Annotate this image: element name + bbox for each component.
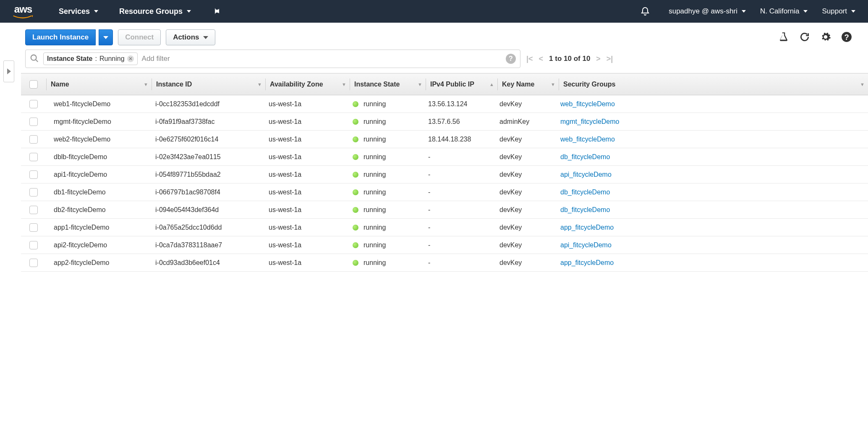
cell-key: devKey	[499, 171, 522, 178]
instances-table: Name Instance ID Availability Zone Insta…	[21, 73, 868, 272]
cell-security-group-link[interactable]: web_fitcycleDemo	[560, 136, 615, 143]
launch-instance-button[interactable]: Launch Instance	[25, 29, 96, 45]
row-checkbox[interactable]	[29, 153, 38, 161]
sort-icon[interactable]	[257, 82, 262, 87]
pager-last[interactable]: >|	[607, 55, 613, 63]
table-row[interactable]: web2-fitcycleDemo i-0e6275f602f016c14 us…	[21, 131, 868, 148]
table-row[interactable]: db2-fitcycleDemo i-094e054f43def364d us-…	[21, 201, 868, 219]
caret-down-icon	[103, 36, 108, 39]
cell-ip: -	[428, 189, 430, 196]
cell-security-group-link[interactable]: app_fitcycleDemo	[560, 259, 614, 267]
filter-tag-remove[interactable]: ✕	[127, 55, 134, 62]
row-checkbox[interactable]	[29, 241, 38, 249]
cell-name: api2-fitcycleDemo	[54, 241, 107, 249]
flask-icon[interactable]	[778, 31, 789, 44]
cell-instance-id: i-094e054f43def364d	[155, 206, 219, 214]
table-row[interactable]: api1-fitcycleDemo i-054f89771b55bdaa2 us…	[21, 166, 868, 183]
sort-icon[interactable]	[860, 82, 865, 87]
cell-name: mgmt-fitcycleDemo	[54, 118, 111, 126]
pager-first[interactable]: |<	[526, 55, 533, 63]
triangle-right-icon	[7, 68, 11, 74]
filter-tag-instance-state[interactable]: Instance State : Running ✕	[43, 52, 138, 65]
aws-logo[interactable]: aws	[13, 3, 34, 19]
row-checkbox[interactable]	[29, 223, 38, 232]
nav-region[interactable]: N. California	[760, 7, 808, 16]
row-checkbox[interactable]	[29, 259, 38, 267]
row-checkbox[interactable]	[29, 188, 38, 196]
row-checkbox[interactable]	[29, 135, 38, 144]
nav-support[interactable]: Support	[822, 7, 855, 16]
pager-next[interactable]: >	[596, 55, 601, 63]
filter-help-icon[interactable]: ?	[506, 54, 516, 64]
cell-key: adminKey	[499, 118, 529, 126]
table-row[interactable]: dblb-fitcycleDemo i-02e3f423ae7ea0115 us…	[21, 148, 868, 166]
row-checkbox[interactable]	[29, 100, 38, 108]
table-row[interactable]: web1-fitcycleDemo i-0cc182353d1edcddf us…	[21, 95, 868, 113]
actions-label: Actions	[173, 33, 199, 42]
status-dot-icon	[353, 242, 358, 248]
table-row[interactable]: api2-fitcycleDemo i-0ca7da3783118aae7 us…	[21, 236, 868, 254]
cell-state: running	[363, 100, 386, 108]
cell-key: devKey	[499, 241, 522, 249]
launch-instance-dropdown[interactable]	[99, 29, 113, 45]
sort-icon[interactable]	[551, 82, 555, 87]
select-all-checkbox[interactable]	[29, 80, 38, 89]
bell-icon[interactable]	[640, 6, 650, 16]
pin-icon[interactable]	[212, 7, 220, 16]
aws-logo-text: aws	[14, 3, 32, 15]
status-dot-icon	[353, 225, 358, 230]
filter-box[interactable]: Instance State : Running ✕ Add filter ?	[25, 50, 520, 68]
table-row[interactable]: mgmt-fitcycleDemo i-0fa91f9aaf3738fac us…	[21, 113, 868, 131]
svg-line-3	[36, 59, 38, 62]
nav-resource-groups[interactable]: Resource Groups	[119, 7, 191, 16]
cell-security-group-link[interactable]: api_fitcycleDemo	[560, 171, 612, 178]
col-instance-id[interactable]: Instance ID	[152, 73, 265, 95]
sort-icon[interactable]	[489, 82, 494, 87]
cell-security-group-link[interactable]: app_fitcycleDemo	[560, 224, 614, 231]
table-row[interactable]: app1-fitcycleDemo i-0a765a25dcc10d6dd us…	[21, 219, 868, 236]
table-body: web1-fitcycleDemo i-0cc182353d1edcddf us…	[21, 95, 868, 272]
col-ipv4-public-ip[interactable]: IPv4 Public IP	[426, 73, 497, 95]
cell-security-group-link[interactable]: mgmt_fitcycleDemo	[560, 118, 619, 126]
pager-prev[interactable]: <	[539, 55, 544, 63]
gear-icon[interactable]	[820, 31, 831, 44]
sort-icon[interactable]	[342, 82, 346, 87]
cell-instance-id: i-0fa91f9aaf3738fac	[155, 118, 214, 126]
cell-security-group-link[interactable]: db_fitcycleDemo	[560, 206, 610, 214]
col-instance-state[interactable]: Instance State	[350, 73, 426, 95]
cell-name: db2-fitcycleDemo	[54, 206, 106, 214]
row-checkbox[interactable]	[29, 118, 38, 126]
nav-services[interactable]: Services	[59, 7, 98, 16]
col-name[interactable]: Name	[47, 73, 152, 95]
table-row[interactable]: app2-fitcycleDemo i-0cd93ad3b6eef01c4 us…	[21, 254, 868, 272]
cell-name: app2-fitcycleDemo	[54, 259, 110, 267]
cell-key: devKey	[499, 136, 522, 143]
cell-instance-id: i-054f89771b55bdaa2	[155, 171, 221, 178]
cell-security-group-link[interactable]: db_fitcycleDemo	[560, 153, 610, 161]
sort-icon[interactable]	[418, 82, 422, 87]
cell-security-group-link[interactable]: db_fitcycleDemo	[560, 189, 610, 196]
col-availability-zone[interactable]: Availability Zone	[266, 73, 350, 95]
filter-tag-key: Instance State	[47, 55, 92, 63]
row-checkbox[interactable]	[29, 206, 38, 214]
table-row[interactable]: db1-fitcycleDemo i-066797b1ac98708f4 us-…	[21, 183, 868, 201]
sort-icon[interactable]	[144, 82, 148, 87]
col-key-name[interactable]: Key Name	[498, 73, 559, 95]
refresh-icon[interactable]	[799, 31, 810, 44]
cell-instance-id: i-02e3f423ae7ea0115	[155, 153, 221, 161]
connect-button[interactable]: Connect	[118, 29, 161, 45]
help-icon[interactable]: ?	[841, 31, 852, 44]
svg-point-2	[31, 55, 37, 60]
cell-az: us-west-1a	[269, 171, 301, 178]
col-security-groups[interactable]: Security Groups	[559, 73, 868, 95]
cell-state: running	[363, 241, 386, 249]
cell-security-group-link[interactable]: web_fitcycleDemo	[560, 100, 615, 108]
sidebar-expand-tab[interactable]	[3, 60, 14, 82]
actions-button[interactable]: Actions	[166, 29, 215, 45]
cell-ip: -	[428, 153, 430, 161]
cell-az: us-west-1a	[269, 136, 301, 143]
cell-security-group-link[interactable]: api_fitcycleDemo	[560, 241, 612, 249]
nav-user[interactable]: supadhye @ aws-shri	[669, 7, 746, 16]
row-checkbox[interactable]	[29, 170, 38, 179]
cell-state: running	[363, 136, 386, 143]
